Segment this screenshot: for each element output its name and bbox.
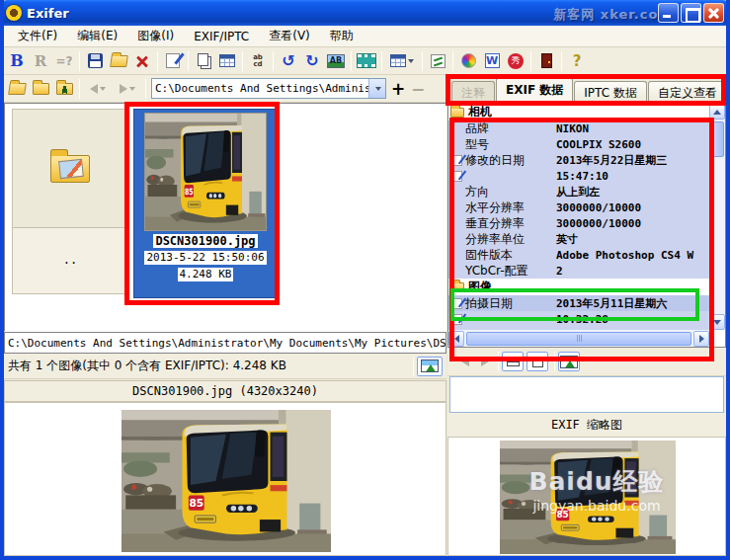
copy-button[interactable] [192,50,215,72]
arrow-right-icon [699,335,704,343]
horizontal-scrollbar[interactable] [448,330,709,347]
auto-rotate-button[interactable]: AB [324,50,348,72]
rotate-right-button[interactable]: ↻ [300,50,324,72]
exif-row-ycbcr[interactable]: YCbCr-配置2 [448,263,709,279]
maximize-button[interactable] [681,3,701,23]
zoom-out-button[interactable]: − [408,79,428,99]
exit-button[interactable] [534,50,558,72]
minimize-button[interactable] [658,3,679,23]
save-button[interactable] [83,50,107,72]
tab-iptc-data[interactable]: IPTC 数据 [574,81,647,103]
current-path-field[interactable]: C:\Documents And Settings\Administrator\… [4,332,446,354]
rotate-left-button[interactable]: ↺ [277,50,300,72]
right-arrow-icon [481,357,489,366]
thumbnail-image-button[interactable] [558,352,580,371]
thumbnail-layout-button[interactable] [385,50,419,72]
help-button[interactable]: ? [565,50,589,72]
folder-icon [450,108,464,118]
folder-icon [450,282,464,292]
horizontal-scroll-thumb[interactable] [466,332,691,346]
scroll-right-button[interactable] [693,331,709,347]
scroll-up-button[interactable] [709,104,725,120]
image-icon [560,356,578,368]
forward-button[interactable] [113,78,142,100]
chevron-down-icon [129,87,135,91]
options-button[interactable] [426,50,449,72]
color-app-button[interactable] [456,50,480,72]
path-combobox-value[interactable]: C:\Documents And Settings\Administrat [152,82,368,95]
close-button[interactable] [703,3,724,23]
open-button[interactable] [107,50,130,72]
delete-button[interactable] [130,50,154,72]
image-count-text: 共有 1 个图像(其中 0 个含有 EXIF/IPTC): 4.248 KB [8,358,410,374]
exif-row-software[interactable]: 固件版本Adobe Photoshop CS4 W [448,247,709,263]
prev-image-button[interactable] [455,351,475,372]
vertical-scroll-thumb[interactable] [710,121,724,157]
menu-view[interactable]: 查看(V) [260,26,319,46]
edit-pencil-icon[interactable] [451,155,462,166]
word-icon: W [485,53,500,68]
exif-row-capture-date[interactable]: 拍摄日期2013年5月11日星期六 [448,295,709,311]
menu-exif-iptc[interactable]: EXIF/IPTC [185,28,258,45]
parent-folder-item[interactable]: .. [12,109,128,294]
edit-pencil-icon[interactable] [451,314,462,325]
folder-up-button[interactable] [52,78,76,100]
menu-image[interactable]: 图像(I) [128,26,183,46]
image-list-item-selected[interactable]: DSCN301900.jpg 2013-5-22 15:50:06 4.248 … [133,109,278,298]
slideshow-button[interactable] [355,50,378,72]
comment-box[interactable] [449,376,724,413]
exif-thumbnail-title: EXIF 缩略图 [447,413,726,437]
strip-view-button[interactable] [502,352,524,371]
tab-exif-data[interactable]: EXIF 数据 [496,77,573,103]
zoom-in-button[interactable]: + [388,79,408,99]
bold-button[interactable]: B [5,50,29,72]
exif-row-x-resolution[interactable]: 水平分辨率3000000/10000 [448,200,709,215]
preview-panel [4,402,446,556]
table-view-button[interactable] [215,50,239,72]
exif-row-modified-date[interactable]: 修改的日期2013年5月22日星期三 [448,152,709,168]
parent-folder-thumb [13,110,127,228]
tab-custom-view[interactable]: 自定义查看 [648,81,727,103]
back-button[interactable] [83,78,113,100]
exif-row-y-resolution[interactable]: 垂直分辨率3000000/10000 [448,215,709,231]
menu-file[interactable]: 文件(F) [9,26,66,46]
window-icon [532,357,543,367]
edit-button[interactable] [161,50,185,72]
rename-query-button[interactable]: =? [52,50,76,72]
exif-row-modified-time[interactable]: 15:47:10 [448,168,709,184]
word-export-button[interactable]: W [480,50,504,72]
tab-comment[interactable]: 注释 [451,81,495,103]
menu-help[interactable]: 帮助 [321,26,363,46]
exif-row-model[interactable]: 型号COOLPIX S2600 [448,136,709,152]
exif-row-capture-time[interactable]: 10:32:28 [448,311,709,327]
rename-pattern-button[interactable]: abcd [246,50,270,72]
path-combobox[interactable]: C:\Documents And Settings\Administrat [151,78,386,99]
file-size: 4.248 KB [178,268,234,281]
xiu-app-button[interactable]: 秀 [504,50,527,72]
file-date: 2013-5-22 15:50:06 [144,251,266,265]
browse-folder-button[interactable] [5,78,29,100]
chevron-down-icon [100,87,106,91]
site-watermark: 新客网 xker.com [553,6,673,24]
menu-bar: 文件(F) 编辑(E) 图像(I) EXIF/IPTC 查看(V) 帮助 [1,26,729,47]
r-button[interactable]: R [29,50,52,72]
scroll-left-button[interactable] [448,331,464,347]
exif-row-orientation[interactable]: 方向从上到左 [448,184,709,200]
film-icon [358,54,375,67]
window-view-button[interactable] [527,352,548,371]
menu-edit[interactable]: 编辑(E) [68,26,126,46]
exif-row-brand[interactable]: 品牌NIKON [448,120,709,136]
image-section-label: 图像 [468,279,492,295]
r-glyph: R [35,52,46,70]
title-bar[interactable]: Exifer 新客网 xker.com [0,0,730,26]
folder-tree-button[interactable] [29,78,52,100]
edit-pencil-icon[interactable] [451,171,462,182]
vertical-scrollbar[interactable] [709,104,725,330]
scroll-down-button[interactable] [709,314,725,330]
eq-glyph: =? [55,54,72,68]
exif-row-resolution-unit[interactable]: 分辨率单位英寸 [448,231,709,247]
next-image-button[interactable] [475,351,495,372]
path-dropdown-button[interactable] [368,79,385,98]
edit-pencil-icon[interactable] [451,298,462,309]
wallpaper-button[interactable] [417,357,443,376]
